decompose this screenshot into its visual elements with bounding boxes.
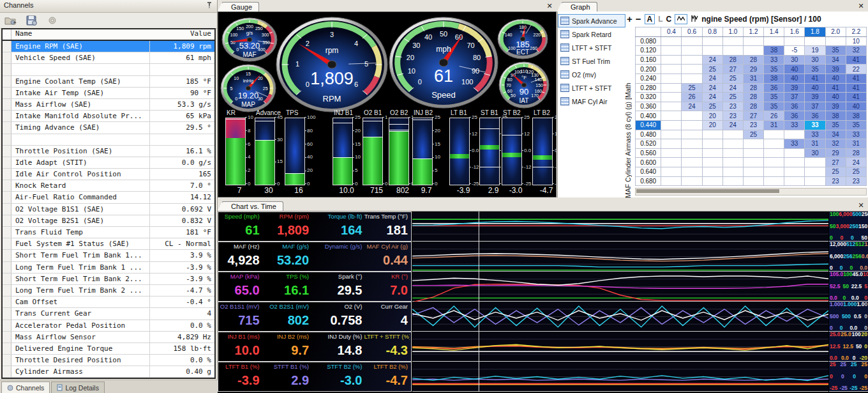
channel-row[interactable]: Mass Airflow Sensor4,829 Hz (3, 332, 214, 343)
table-cell[interactable]: 39 (825, 102, 846, 111)
table-cell[interactable]: 30 (784, 55, 805, 65)
table-cell[interactable] (702, 148, 722, 158)
table-cell[interactable] (784, 176, 805, 186)
table-cell[interactable]: 25 (846, 167, 866, 176)
table-cell[interactable]: 40 (784, 65, 805, 74)
graph-sidebar-item[interactable]: LTFT + STFT (558, 41, 625, 54)
table-cell[interactable] (661, 46, 682, 56)
col-header[interactable]: 1.0 (722, 27, 743, 37)
close-gauge-button[interactable]: ✕ (545, 1, 554, 10)
table-cell[interactable]: 39 (825, 65, 846, 74)
row-header[interactable]: 0.560 (636, 148, 661, 158)
table-cell[interactable]: 40 (784, 73, 805, 83)
table-cell[interactable]: 33 (805, 130, 825, 139)
table-cell[interactable]: 24 (682, 102, 702, 111)
table-cell[interactable] (661, 111, 682, 121)
table-cell[interactable]: 30 (805, 55, 825, 65)
graph-sidebar-item[interactable]: Spark Retard (558, 27, 625, 41)
table-cell[interactable]: 24 (702, 73, 722, 83)
table-cell[interactable]: 33 (846, 130, 866, 139)
table-cell[interactable]: 34 (825, 130, 846, 139)
table-cell[interactable]: 25 (722, 93, 743, 102)
col-header[interactable]: 1.4 (764, 27, 784, 37)
chart-strip[interactable] (412, 272, 828, 302)
tab-channels[interactable]: Channels (1, 381, 50, 393)
channel-row[interactable]: Engine RPM (SAE)1,809 rpm (3, 41, 214, 52)
table-cell[interactable]: 19 (805, 46, 825, 56)
col-header[interactable]: 1.8 (805, 27, 825, 37)
table-cell[interactable]: 24 (722, 83, 743, 93)
tab-gauge[interactable]: Gauge (221, 2, 259, 12)
row-header[interactable]: 0.320 (636, 93, 661, 102)
close-chart-button[interactable]: ✕ (857, 201, 865, 210)
table-cell[interactable] (682, 176, 702, 186)
graph-sidebar-item[interactable]: O2 (mv) (558, 68, 625, 81)
table-cell[interactable]: 38 (764, 46, 784, 56)
table-cell[interactable] (784, 130, 805, 139)
channel-row[interactable]: Injector Pulse Width Avg. B...9.4 ms (3, 378, 214, 379)
table-cell[interactable]: -5 (784, 46, 805, 56)
load-channels-button[interactable] (4, 15, 19, 26)
close-graph-button[interactable]: ✕ (857, 1, 865, 10)
row-header[interactable]: 0.600 (636, 158, 661, 167)
table-cell[interactable]: 37 (784, 93, 805, 102)
row-header[interactable]: 0.200 (636, 65, 661, 74)
cell-mode-button[interactable]: C (666, 15, 672, 24)
table-cell[interactable] (805, 158, 825, 167)
table-cell[interactable] (722, 130, 743, 139)
table-cell[interactable] (722, 46, 743, 56)
row-header[interactable]: 0.440 (636, 120, 661, 130)
table-cell[interactable]: 40 (825, 93, 846, 102)
table-cell[interactable]: 23 (722, 111, 743, 121)
table-cell[interactable] (661, 83, 682, 93)
table-cell[interactable]: 36 (805, 111, 825, 121)
table-cell[interactable]: 10 (846, 36, 866, 46)
table-cell[interactable]: 26 (764, 111, 784, 121)
table-cell[interactable]: 33 (764, 55, 784, 65)
table-cell[interactable]: 20 (702, 111, 722, 121)
zoom-in-button[interactable]: + (627, 14, 632, 24)
table-cell[interactable] (682, 65, 702, 74)
table-cell[interactable] (764, 167, 784, 176)
line-mode-button[interactable]: L (658, 15, 662, 24)
graph-sidebar-item[interactable]: ST Fuel Trim (558, 54, 625, 68)
table-cell[interactable] (743, 176, 763, 186)
table-cell[interactable]: 27 (722, 65, 743, 74)
table-cell[interactable] (743, 158, 763, 167)
table-cell[interactable] (722, 139, 743, 149)
table-cell[interactable]: 41 (846, 73, 866, 83)
channel-row[interactable]: Idle Air Control Position165 (3, 169, 214, 180)
table-cell[interactable]: 28 (743, 83, 763, 93)
table-cell[interactable] (702, 158, 722, 167)
table-cell[interactable]: 41 (825, 83, 846, 93)
graph-sidebar-item[interactable]: Spark Advance (558, 14, 625, 27)
row-header[interactable]: 0.160 (636, 55, 661, 65)
table-cell[interactable]: 28 (846, 148, 866, 158)
table-cell[interactable] (784, 158, 805, 167)
table-cell[interactable]: 39 (784, 83, 805, 93)
graph-sidebar-item[interactable]: LTFT + STFT (558, 81, 625, 95)
row-header[interactable]: 0.280 (636, 83, 661, 93)
table-cell[interactable] (682, 120, 702, 130)
table-cell[interactable] (764, 36, 784, 46)
chart-strip[interactable] (412, 362, 828, 392)
table-cell[interactable]: 25 (702, 65, 722, 74)
table-cell[interactable] (743, 36, 763, 46)
table-cell[interactable] (764, 176, 784, 186)
table-cell[interactable]: 33 (805, 120, 825, 130)
table-cell[interactable]: 41 (846, 83, 866, 93)
table-cell[interactable] (661, 102, 682, 111)
table-cell[interactable] (682, 36, 702, 46)
row-header[interactable]: 0.240 (636, 73, 661, 83)
table-cell[interactable]: 25 (722, 73, 743, 83)
table-cell[interactable] (764, 148, 784, 158)
table-cell[interactable] (661, 158, 682, 167)
table-cell[interactable]: 41 (846, 93, 866, 102)
table-cell[interactable] (722, 176, 743, 186)
col-header[interactable]: 0.4 (661, 27, 682, 37)
col-header[interactable]: 0.8 (702, 27, 722, 37)
table-cell[interactable] (682, 55, 702, 65)
graph-hscrollbar[interactable] (635, 188, 867, 196)
table-cell[interactable]: 40 (846, 102, 866, 111)
channel-row[interactable]: Trans Fluid Temp181 °F (3, 227, 214, 238)
